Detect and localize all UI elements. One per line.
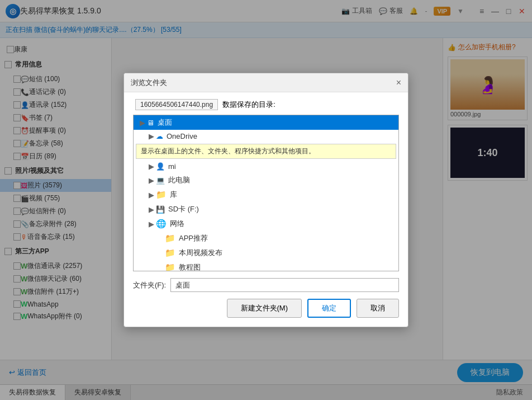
expand-icon-desktop: ▶ <box>138 119 147 127</box>
folder-label: 文件夹(F): <box>133 280 166 290</box>
modal-overlay: 浏览文件夹 × 1605664506147440.png 数据保存的目录: ▶ … <box>0 0 532 400</box>
confirm-button[interactable]: 确定 <box>307 299 351 318</box>
expand-icon-mi: ▶ <box>147 162 156 171</box>
dialog-title-bar: 浏览文件夹 × <box>124 73 408 92</box>
tree-item-tutorial-img[interactable]: 📁 教程图 <box>134 260 398 271</box>
file-tree[interactable]: ▶ 🖥 桌面 ▶ ☁ OneDrive 显示在桌面上的文件、文件夹、程序快捷方式… <box>133 115 399 271</box>
desktop-icon: 🖥 <box>147 119 154 127</box>
tree-item-onedrive[interactable]: ▶ ☁ OneDrive <box>134 130 398 143</box>
tree-item-library[interactable]: ▶ 📁 库 <box>134 187 398 202</box>
tree-item-tooltip-row: 显示在桌面上的文件、文件夹、程序快捷方式和其他项目。 <box>136 144 396 159</box>
dialog-dir-label: 数据保存的目录: <box>222 100 276 110</box>
folder-input-row: 文件夹(F): <box>133 278 399 292</box>
expand-icon-onedrive: ▶ <box>147 132 156 140</box>
expand-icon-library: ▶ <box>147 191 156 199</box>
expand-icon-sdcard: ▶ <box>147 205 156 214</box>
dialog-body: 1605664506147440.png 数据保存的目录: ▶ 🖥 桌面 ▶ ☁ <box>124 92 408 327</box>
computer-icon: 💻 <box>156 176 165 185</box>
filename-tooltip-area: 1605664506147440.png 数据保存的目录: <box>133 99 399 110</box>
dialog-close-btn[interactable]: × <box>396 78 401 87</box>
folder-input[interactable] <box>170 278 399 292</box>
tree-item-mi[interactable]: ▶ 👤 mi <box>134 160 398 173</box>
tree-item-desktop[interactable]: ▶ 🖥 桌面 <box>134 115 398 130</box>
app-window: ◎ 失易得苹果恢复 1.5.9.0 📷 工具箱 💬 客服 🔔 - VIP ▼ ≡… <box>0 0 532 400</box>
tree-item-sdcard[interactable]: ▶ 💾 SD卡 (F:) <box>134 202 398 217</box>
folder-app-recommend-icon: 📁 <box>165 233 175 243</box>
tree-item-weekly-video[interactable]: 📁 本周视频发布 <box>134 246 398 260</box>
library-icon: 📁 <box>156 190 167 200</box>
tree-item-network[interactable]: ▶ 🌐 网络 <box>134 217 398 231</box>
tree-item-this-pc[interactable]: ▶ 💻 此电脑 <box>134 173 398 187</box>
dialog-btn-row: 新建文件夹(M) 确定 取消 <box>133 299 399 320</box>
expand-icon-network: ▶ <box>147 220 156 228</box>
network-icon: 🌐 <box>156 219 167 229</box>
mi-icon: 👤 <box>156 162 165 171</box>
tree-item-app-recommend[interactable]: 📁 APP推荐 <box>134 231 398 246</box>
filename-tooltip: 1605664506147440.png <box>135 99 218 110</box>
onedrive-icon: ☁ <box>156 132 163 140</box>
cancel-button[interactable]: 取消 <box>357 299 399 318</box>
drive-icon: 💾 <box>156 205 165 214</box>
dialog-title: 浏览文件夹 <box>131 78 396 88</box>
new-folder-button[interactable]: 新建文件夹(M) <box>227 299 302 318</box>
folder-weekly-video-icon: 📁 <box>165 248 175 258</box>
file-browser-dialog: 浏览文件夹 × 1605664506147440.png 数据保存的目录: ▶ … <box>124 73 408 327</box>
expand-icon-pc: ▶ <box>147 176 156 185</box>
folder-tutorial-img-icon: 📁 <box>165 262 175 271</box>
